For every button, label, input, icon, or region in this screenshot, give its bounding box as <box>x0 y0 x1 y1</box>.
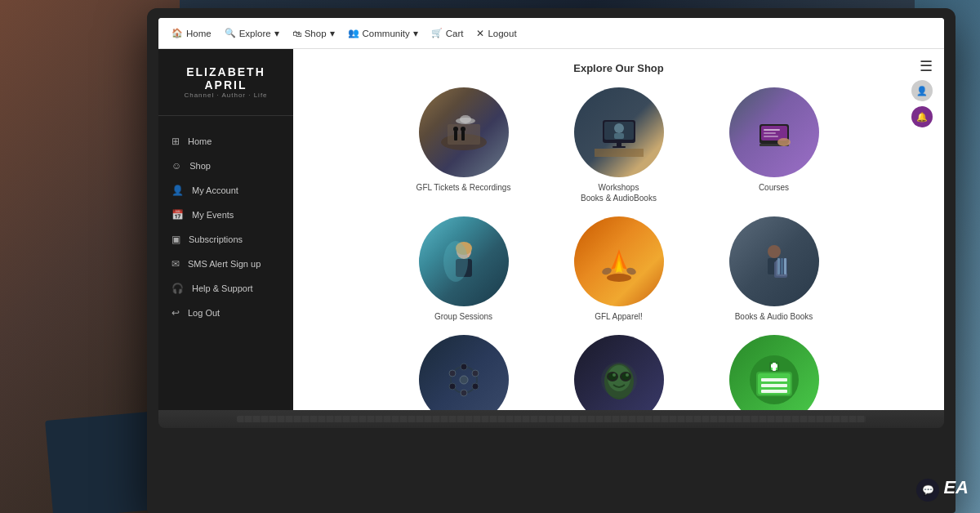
keyboard <box>237 416 866 422</box>
home-icon: 🏠 <box>172 28 183 38</box>
group-sessions-image <box>419 216 509 306</box>
subscriptions-sidebar-icon: ▣ <box>172 234 180 245</box>
help-sidebar-icon: 🎧 <box>172 283 184 294</box>
wellness-image <box>729 335 819 410</box>
sidebar-item-sms[interactable]: ✉ SMS Alert Sign up <box>158 252 293 276</box>
shop-grid: GFL Tickets & Recordings <box>390 87 848 410</box>
sidebar-item-home[interactable]: ⊞ Home <box>158 129 293 154</box>
sidebar-item-logout[interactable]: ↩ Log Out <box>158 301 293 325</box>
bracelet-image <box>419 335 509 410</box>
svg-rect-20 <box>764 129 780 131</box>
sidebar-item-my-events[interactable]: 📅 My Events <box>158 203 293 227</box>
gfl-tickets-image <box>419 87 509 177</box>
laptop-screen: 🏠 Home 🔍 Explore ▾ 🛍 Shop ▾ 👥 Community … <box>158 18 944 410</box>
user-notification-icon[interactable]: 🔔 <box>911 106 933 127</box>
svg-rect-64 <box>761 384 787 387</box>
shop-item-apparel[interactable]: GFL Apparel! <box>546 216 693 322</box>
svg-rect-15 <box>612 146 626 148</box>
courses-image <box>729 87 819 177</box>
sidebar-item-subscriptions[interactable]: ▣ Subscriptions <box>158 227 293 252</box>
svg-rect-13 <box>614 133 624 139</box>
sidebar-menu: ⊞ Home ☺ Shop 👤 My Account 📅 My Events <box>158 116 293 325</box>
svg-rect-5 <box>454 131 457 141</box>
svg-point-8 <box>461 127 466 132</box>
shop-item-courses[interactable]: Courses <box>701 87 848 203</box>
svg-rect-42 <box>784 258 786 274</box>
nav-logout-label: Logout <box>488 29 516 38</box>
sidebar-item-my-account[interactable]: 👤 My Account <box>158 178 293 203</box>
home-sidebar-icon: ⊞ <box>172 136 180 147</box>
sidebar-item-help[interactable]: 🎧 Help & Support <box>158 276 293 301</box>
sidebar-shop-label: Shop <box>189 161 211 171</box>
group-sessions-label: Group Sessions <box>434 311 492 322</box>
sidebar-help-label: Help & Support <box>192 283 253 293</box>
nav-shop-label: Shop <box>305 29 327 38</box>
community-chevron-icon: ▾ <box>413 28 418 39</box>
events-sidebar-icon: 📅 <box>172 209 184 221</box>
sidebar-logout-label: Log Out <box>188 308 220 318</box>
shop-icon: 🛍 <box>292 29 301 38</box>
sidebar-home-label: Home <box>188 136 212 146</box>
nav-community[interactable]: 👥 Community ▾ <box>348 28 418 39</box>
shop-item-bracelet[interactable] <box>390 335 537 410</box>
laptop-shell: 🏠 Home 🔍 Explore ▾ 🛍 Shop ▾ 👥 Community … <box>147 8 956 513</box>
nav-explore-label: Explore <box>239 29 271 38</box>
shop-item-workshops[interactable]: WorkshopsBooks & AudioBooks <box>546 87 693 203</box>
shop-item-gfl-tickets[interactable]: GFL Tickets & Recordings <box>390 87 537 203</box>
shop-item-alien[interactable] <box>546 335 693 410</box>
sidebar-item-shop[interactable]: ☺ Shop <box>158 154 293 178</box>
svg-rect-69 <box>771 364 777 368</box>
shop-item-wellness[interactable]: HEALTH ANDWELLNESS <box>701 335 848 410</box>
svg-point-29 <box>443 241 468 282</box>
svg-rect-16 <box>595 149 644 157</box>
apparel-label: GFL Apparel! <box>595 311 643 322</box>
svg-rect-14 <box>617 143 621 146</box>
sms-sidebar-icon: ✉ <box>172 258 180 270</box>
sidebar-subscriptions-label: Subscriptions <box>189 234 243 244</box>
nav-home-label: Home <box>186 29 212 38</box>
nav-explore[interactable]: 🔍 Explore ▾ <box>225 28 279 39</box>
apparel-image <box>574 216 664 306</box>
svg-point-59 <box>601 362 637 398</box>
nav-shop[interactable]: 🛍 Shop ▾ <box>292 28 335 39</box>
sidebar-myevents-label: My Events <box>192 210 234 220</box>
svg-rect-65 <box>761 390 787 393</box>
nav-cart-label: Cart <box>446 29 464 38</box>
svg-point-31 <box>607 274 631 282</box>
community-icon: 👥 <box>348 28 359 38</box>
shop-page-title: Explore Our Shop <box>310 62 928 74</box>
svg-point-45 <box>472 370 479 377</box>
nav-home[interactable]: 🏠 Home <box>172 28 212 38</box>
nav-community-label: Community <box>363 29 410 38</box>
svg-point-48 <box>449 383 456 390</box>
books-audio-label: Books & Audio Books <box>735 311 813 322</box>
nav-logout[interactable]: ✕ Logout <box>476 28 516 39</box>
chat-bubble-button[interactable]: 💬 <box>916 479 939 502</box>
svg-point-44 <box>461 364 467 370</box>
svg-rect-21 <box>764 132 776 134</box>
svg-point-4 <box>460 115 471 123</box>
shop-chevron-icon: ▾ <box>330 28 335 39</box>
svg-point-24 <box>777 138 791 146</box>
laptop-base <box>158 410 944 428</box>
hamburger-menu[interactable]: ☰ <box>920 57 933 75</box>
svg-rect-7 <box>461 131 465 141</box>
svg-rect-63 <box>761 378 787 381</box>
sidebar: ELIZABETH APRIL Channel · Author · Life … <box>158 49 293 410</box>
shop-item-group-sessions[interactable]: Group Sessions <box>390 216 537 322</box>
user-avatar-icon[interactable]: 👤 <box>911 80 933 101</box>
shop-item-books-audio[interactable]: Books & Audio Books <box>701 216 848 322</box>
brand-name: ELIZABETH APRIL <box>167 65 285 91</box>
svg-point-46 <box>472 383 479 390</box>
cart-icon: 🛒 <box>431 28 443 38</box>
explore-chevron-icon: ▾ <box>274 28 279 39</box>
main-layout: ELIZABETH APRIL Channel · Author · Life … <box>158 49 944 410</box>
svg-point-47 <box>461 390 467 396</box>
logout-x-icon: ✕ <box>476 28 484 39</box>
nav-cart[interactable]: 🛒 Cart <box>431 28 464 38</box>
main-content: ☰ 👤 🔔 Explore Our Shop <box>293 49 944 410</box>
workshops-image <box>574 87 664 177</box>
svg-point-6 <box>453 127 458 132</box>
courses-label: Courses <box>759 182 789 193</box>
svg-point-50 <box>460 376 468 384</box>
